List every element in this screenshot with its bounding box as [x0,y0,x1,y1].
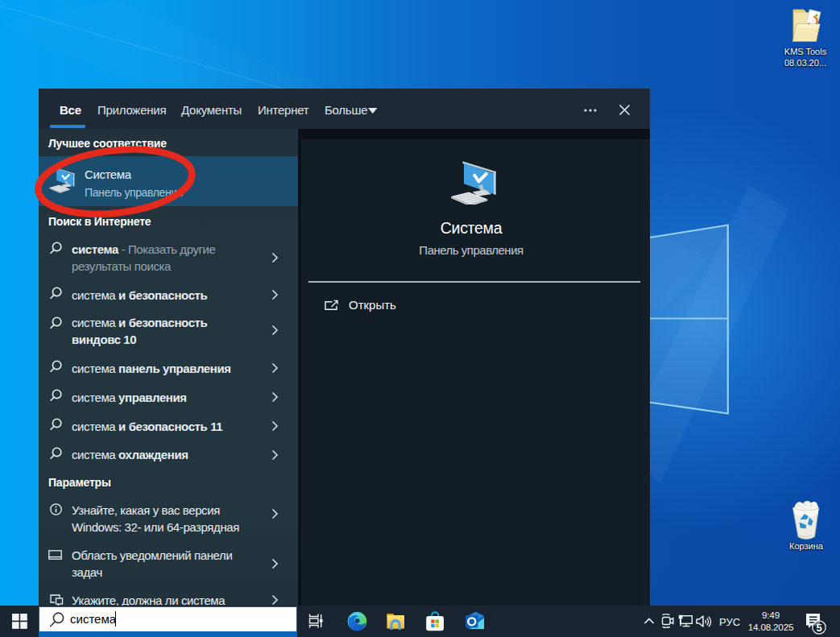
svg-text:5: 5 [816,622,821,634]
